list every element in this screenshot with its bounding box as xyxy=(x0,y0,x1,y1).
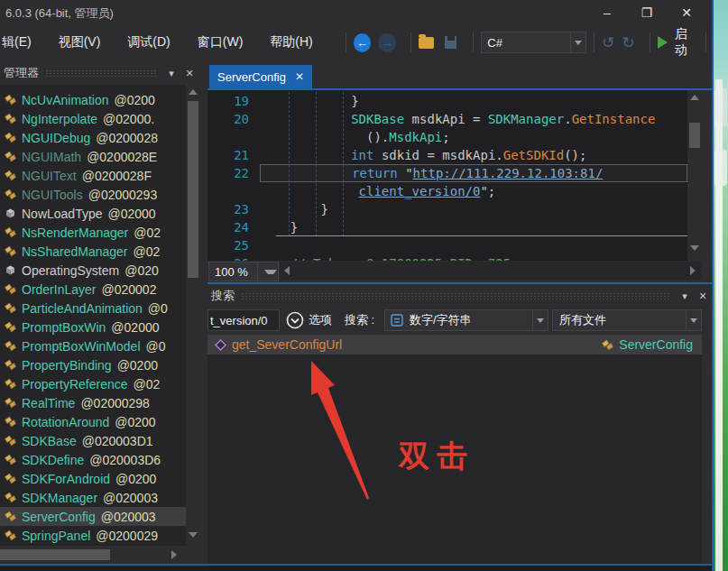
dock-splitter[interactable] xyxy=(200,61,207,564)
code-line[interactable]: 23 } xyxy=(207,200,687,218)
start-debug-icon[interactable] xyxy=(658,36,668,49)
code-line[interactable]: 25 xyxy=(207,236,687,254)
tree-item-NGUIText[interactable]: NGUIText@0200028F xyxy=(0,166,186,185)
toolbar-separator xyxy=(410,32,411,52)
scroll-down-icon[interactable] xyxy=(690,245,699,251)
result-type-name[interactable]: ServerConfig xyxy=(619,337,693,352)
toolbar-separator xyxy=(650,32,650,52)
code-line[interactable]: ().MsdkApi; xyxy=(207,128,687,146)
tree-item-label: NGUIText xyxy=(22,169,77,183)
code-line[interactable]: 26 // Token: 0x170002D5 RID: 725 xyxy=(207,254,687,261)
code-editor[interactable]: 19 }20 SDKBase msdkApi = SDKManager.GetI… xyxy=(207,90,702,261)
tree-item-NowLoadType[interactable]: NowLoadType@02000 xyxy=(0,204,186,223)
chevron-down-icon[interactable] xyxy=(686,310,701,330)
close-button[interactable]: ✕ xyxy=(673,3,700,23)
tab-serverconfig[interactable]: ServerConfig ✕ xyxy=(209,65,312,88)
menu-edit[interactable]: 辑(E) xyxy=(0,34,33,51)
panel-close-icon[interactable]: ✕ xyxy=(696,290,710,302)
tree-vertical-scrollbar[interactable] xyxy=(186,85,200,546)
tree-item-SDKBase[interactable]: SDKBase@020003D1 xyxy=(0,431,186,450)
open-folder-icon[interactable] xyxy=(419,37,434,49)
tree-item-label: RealTime xyxy=(22,396,75,410)
editor-horizontal-scrollbar[interactable] xyxy=(280,262,702,280)
options-label[interactable]: 选项 xyxy=(309,312,332,328)
zoom-selector[interactable]: 100 % xyxy=(208,262,279,281)
tree-item-PropertyReference[interactable]: PropertyReference@02 xyxy=(0,374,186,393)
tree-horizontal-scrollbar[interactable] xyxy=(0,546,200,564)
tree-item-label: NsSharedManager xyxy=(22,244,128,259)
file-filter-selector[interactable]: 所有文件 xyxy=(552,309,702,331)
minimize-button[interactable]: – xyxy=(594,3,621,23)
tree-item-SpringPanel[interactable]: SpringPanel@0200029 xyxy=(0,526,186,545)
tree-item-label: NGUIMath xyxy=(22,150,81,164)
navigate-back-icon[interactable]: ← xyxy=(354,33,372,52)
editor-vertical-scrollbar[interactable] xyxy=(687,90,702,261)
tree-item-NsRenderManager[interactable]: NsRenderManager@02 xyxy=(0,223,186,242)
tree-item-SDKDefine[interactable]: SDKDefine@020003D6 xyxy=(0,450,186,469)
menu-help[interactable]: 帮助(H) xyxy=(268,34,314,51)
tab-close-icon[interactable]: ✕ xyxy=(295,70,304,83)
options-expander-icon[interactable] xyxy=(286,311,304,329)
search-result-row[interactable]: get_SeverConfigUrl ServerConfig xyxy=(207,335,702,355)
tree-item-NgInterpolate[interactable]: NgInterpolate@02000. xyxy=(0,109,186,128)
result-member-name[interactable]: get_SeverConfigUrl xyxy=(232,337,342,352)
tree-item-address: @02 xyxy=(134,377,161,391)
tree-item-ParticleAndAnimation[interactable]: ParticleAndAnimation@0 xyxy=(0,299,186,318)
tree-item-OrderInLayer[interactable]: OrderInLayer@020002 xyxy=(0,280,186,299)
scroll-up-icon[interactable] xyxy=(690,95,699,100)
tree-item-NGUITools[interactable]: NGUITools@02000293 xyxy=(0,185,186,204)
chevron-down-icon[interactable] xyxy=(570,32,585,52)
search-type-selector[interactable]: 数字/字符串 xyxy=(384,309,548,331)
scroll-up-icon[interactable] xyxy=(189,89,198,95)
code-line[interactable]: 21 int sdkid = msdkApi.GetSDKId(); xyxy=(207,146,687,164)
tree-item-RealTime[interactable]: RealTime@02000298 xyxy=(0,393,186,412)
class-icon xyxy=(4,131,17,144)
tree-item-NcUvAnimation[interactable]: NcUvAnimation@0200 xyxy=(0,90,186,109)
tree-item-address: @020003 xyxy=(101,510,156,524)
tree-item-PropertyBinding[interactable]: PropertyBinding@0200 xyxy=(0,355,186,374)
class-icon xyxy=(4,169,17,182)
scrollbar-thumb[interactable] xyxy=(0,549,110,560)
tree-item-address: @02000293 xyxy=(88,188,158,202)
code-line[interactable]: client_version/0"; xyxy=(207,182,687,200)
chevron-down-icon[interactable] xyxy=(532,310,548,330)
tree-item-ServerConfig[interactable]: ServerConfig@020003 xyxy=(0,507,186,526)
maximize-button[interactable]: ❐ xyxy=(633,3,660,23)
class-icon xyxy=(4,244,17,258)
scroll-right-icon[interactable] xyxy=(690,266,696,275)
search-input[interactable] xyxy=(207,309,280,331)
scroll-right-icon[interactable] xyxy=(171,550,177,559)
scrollbar-thumb[interactable] xyxy=(188,101,198,278)
scroll-left-icon[interactable] xyxy=(284,266,290,275)
code-line[interactable]: 19 } xyxy=(207,92,687,110)
redo-icon[interactable]: ↻ xyxy=(622,33,634,52)
tree-item-PromptBoxWinModel[interactable]: PromptBoxWinModel@0 xyxy=(0,336,186,355)
tree-item-NGUIMath[interactable]: NGUIMath@0200028E xyxy=(0,147,186,166)
menu-view[interactable]: 视图(V) xyxy=(57,34,103,51)
code-line[interactable]: 24 } xyxy=(207,218,687,236)
panel-menu-icon[interactable]: ▾ xyxy=(164,68,179,79)
language-selector[interactable]: C# xyxy=(481,32,586,53)
save-module-icon[interactable] xyxy=(445,36,456,49)
tree-item-RotationAround[interactable]: RotationAround@0200 xyxy=(0,412,186,431)
start-debug-label[interactable]: 启动 xyxy=(675,26,698,59)
tree-item-OperatingSystem[interactable]: OperatingSystem@020 xyxy=(0,261,186,280)
undo-icon[interactable]: ↺ xyxy=(602,33,614,52)
panel-close-icon[interactable]: ✕ xyxy=(182,68,197,79)
tree-item-address: @02000298 xyxy=(80,396,150,410)
tree-item-SDKForAndroid[interactable]: SDKForAndroid@0200 xyxy=(0,469,186,488)
scroll-down-icon[interactable] xyxy=(189,532,198,538)
code-line[interactable]: 20 SDKBase msdkApi = SDKManager.GetInsta… xyxy=(207,110,687,128)
navigate-forward-icon[interactable]: → xyxy=(378,33,396,52)
tree-item-NGUIDebug[interactable]: NGUIDebug@0200028 xyxy=(0,128,186,147)
panel-menu-icon[interactable]: ▾ xyxy=(677,290,692,302)
code-text xyxy=(260,236,687,254)
menu-window[interactable]: 窗口(W) xyxy=(196,34,245,51)
tree-item-PromptBoxWin[interactable]: PromptBoxWin@02000 xyxy=(0,318,186,336)
menu-debug[interactable]: 调试(D) xyxy=(125,34,171,51)
scrollbar-thumb[interactable] xyxy=(689,123,700,148)
code-line[interactable]: 22 return "http://111.229.12.103:81/ xyxy=(207,164,687,182)
tree-item-NsSharedManager[interactable]: NsSharedManager@02 xyxy=(0,242,186,261)
tree-item-SDKManager[interactable]: SDKManager@020003 xyxy=(0,488,186,507)
chevron-down-icon[interactable] xyxy=(257,262,278,281)
